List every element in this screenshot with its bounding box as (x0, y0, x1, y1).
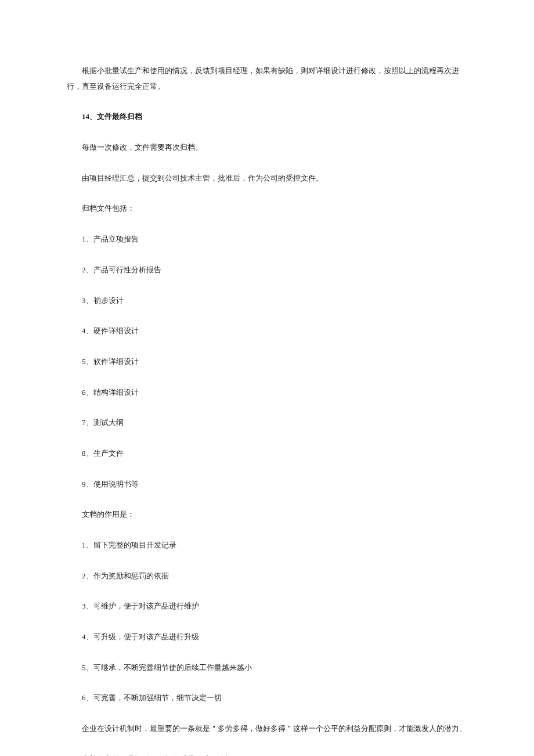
intro-paragraph-line2: 行，直至设备运行完全正常。 (67, 80, 467, 94)
paragraph-conclusion: 完善的文档，是评估项目运作质量的唯一依据。 (67, 753, 467, 756)
purpose-item: 6、可完善，不断加强细节，细节决定一切 (67, 691, 467, 705)
archive-item: 9、使用说明书等 (67, 477, 467, 492)
archive-item: 1、产品立项报告 (67, 232, 467, 247)
archive-item: 8、生产文件 (67, 447, 467, 461)
archive-item: 5、软件详细设计 (67, 355, 467, 369)
section-heading-14: 14、文件最终归档 (67, 110, 467, 124)
paragraph-archive-note: 每做一次修改，文件需要再次归档。 (67, 141, 467, 155)
intro-paragraph-line1: 根据小批量试生产和使用的情况，反馈到项目经理，如果有缺陷，则对详细设计进行修改，… (67, 64, 467, 78)
purpose-item: 1、留下完整的项目开发记录 (67, 538, 467, 553)
archive-item: 7、测试大纲 (67, 416, 467, 430)
archive-item: 3、初步设计 (67, 294, 467, 308)
purpose-item: 4、可升级，便于对该产品进行升级 (67, 630, 467, 645)
archive-item: 4、硬件详细设计 (67, 324, 467, 339)
purpose-item: 2、作为奖励和惩罚的依据 (67, 569, 467, 584)
paragraph-archive-includes: 归档文件包括： (67, 201, 467, 216)
paragraph-doc-purpose: 文档的作用是： (67, 507, 467, 522)
paragraph-submit-note: 由项目经理汇总，提交到公司技术主管，批准后，作为公司的受控文件。 (67, 171, 467, 186)
archive-item: 6、结构详细设计 (67, 386, 467, 400)
archive-item: 2、产品可行性分析报告 (67, 263, 467, 278)
paragraph-mechanism: 企业在设计机制时，最重要的一条就是＂多劳多得，做好多得＂这样一个公平的利益分配原… (67, 722, 467, 736)
purpose-item: 3、可维护，便于对该产品进行维护 (67, 599, 467, 614)
purpose-item: 5、可继承，不断完善细节使的后续工作量越来越小 (67, 661, 467, 675)
